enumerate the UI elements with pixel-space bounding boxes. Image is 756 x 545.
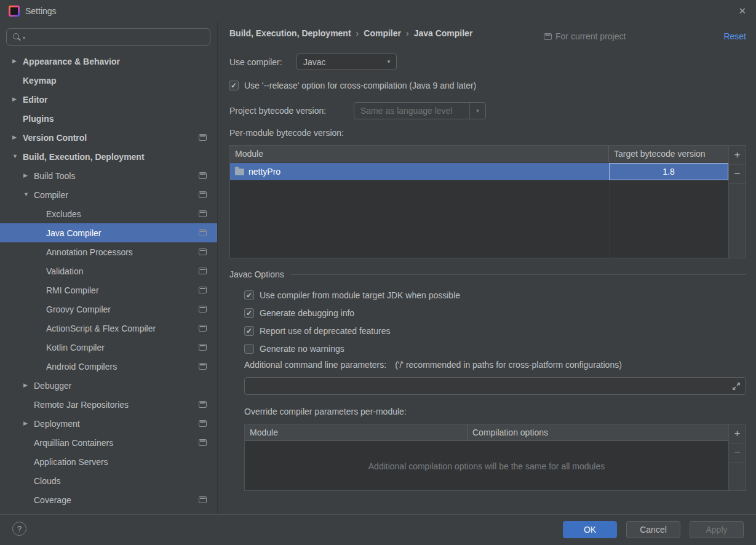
sidebar-item-excludes[interactable]: Excludes bbox=[0, 204, 217, 223]
sidebar-item-compiler[interactable]: ▼Compiler bbox=[0, 185, 217, 204]
sidebar-item-clouds[interactable]: Clouds bbox=[0, 471, 217, 490]
sidebar-item-build-tools[interactable]: ▶Build Tools bbox=[0, 166, 217, 185]
use-compiler-label: Use compiler: bbox=[229, 57, 282, 67]
project-level-icon bbox=[199, 306, 207, 312]
sidebar-item-groovy-compiler[interactable]: Groovy Compiler bbox=[0, 300, 217, 319]
add-module-button[interactable]: + bbox=[729, 146, 746, 165]
sidebar-item-label: Arquillian Containers bbox=[34, 438, 113, 448]
sidebar-item-application-servers[interactable]: Application Servers bbox=[0, 452, 217, 471]
project-level-icon bbox=[199, 401, 207, 408]
folder-icon bbox=[235, 169, 244, 175]
chevron-right-icon[interactable]: ▶ bbox=[23, 421, 34, 426]
cmdline-parameters-label: Additional command line parameters: bbox=[244, 360, 386, 370]
module-table-row[interactable]: nettyPro1.8 bbox=[230, 163, 728, 180]
project-level-icon bbox=[199, 172, 207, 179]
sidebar-item-arquillian-containers[interactable]: Arquillian Containers bbox=[0, 433, 217, 452]
close-icon[interactable]: ✕ bbox=[738, 6, 746, 17]
sidebar-item-rmi-compiler[interactable]: RMI Compiler bbox=[0, 280, 217, 300]
module-name: nettyPro bbox=[249, 167, 281, 177]
search-icon bbox=[12, 33, 21, 41]
footer: ? OK Cancel Apply bbox=[0, 514, 756, 545]
sidebar-item-label: Keymap bbox=[23, 76, 56, 86]
checkbox-icon: ✓ bbox=[244, 326, 254, 336]
intellij-logo-icon bbox=[9, 6, 20, 17]
breadcrumb-item[interactable]: Compiler bbox=[364, 28, 401, 38]
sidebar-item-keymap[interactable]: Keymap bbox=[0, 71, 217, 90]
project-level-icon bbox=[199, 134, 207, 141]
sidebar-item-build-execution-deployment[interactable]: ▼Build, Execution, Deployment bbox=[0, 147, 217, 166]
breadcrumb-item[interactable]: Build, Execution, Deployment bbox=[229, 28, 351, 38]
chevron-down-icon[interactable]: ▼ bbox=[12, 154, 23, 159]
chevron-down-icon: ▼ bbox=[469, 103, 485, 119]
table-header: Module Target bytecode version bbox=[230, 146, 728, 162]
breadcrumb-item[interactable]: Java Compiler bbox=[414, 28, 473, 38]
sidebar-item-java-compiler[interactable]: Java Compiler bbox=[0, 223, 217, 242]
remove-override-button: − bbox=[729, 444, 746, 463]
sidebar-item-appearance-behavior[interactable]: ▶Appearance & Behavior bbox=[0, 52, 217, 71]
sidebar-item-editor[interactable]: ▶Editor bbox=[0, 90, 217, 109]
sidebar-item-kotlin-compiler[interactable]: Kotlin Compiler bbox=[0, 338, 217, 357]
release-option-label: Use '--release' option for cross-compila… bbox=[244, 81, 476, 90]
search-input[interactable]: ▾ bbox=[6, 28, 210, 46]
generate-debugging-info-checkbox[interactable]: ✓Generate debugging info bbox=[244, 307, 460, 319]
checkbox-label: Generate no warnings bbox=[260, 344, 344, 354]
checkbox-icon: ✓ bbox=[244, 308, 254, 318]
sidebar-item-annotation-processors[interactable]: Annotation Processors bbox=[0, 242, 217, 261]
target-bytecode-cell[interactable]: 1.8 bbox=[609, 163, 728, 180]
sidebar-item-label: Annotation Processors bbox=[46, 247, 133, 257]
generate-no-warnings-checkbox[interactable]: Generate no warnings bbox=[244, 343, 460, 355]
project-level-icon bbox=[199, 268, 207, 274]
settings-tree: ▶Appearance & BehaviorKeymap▶EditorPlugi… bbox=[0, 52, 217, 509]
module-table-toolbar: + − bbox=[729, 145, 746, 258]
cancel-button[interactable]: Cancel bbox=[626, 521, 680, 538]
column-header-compilation-options: Compilation options bbox=[468, 424, 728, 440]
use-compiler-dropdown[interactable]: Javac ▼ bbox=[296, 54, 397, 70]
reset-link[interactable]: Reset bbox=[723, 31, 746, 41]
sidebar-item-label: Version Control bbox=[23, 133, 87, 143]
add-override-button[interactable]: + bbox=[729, 424, 746, 444]
remove-module-button[interactable]: − bbox=[729, 165, 746, 184]
sidebar-item-label: Groovy Compiler bbox=[46, 304, 111, 314]
sidebar: ▾ ▶Appearance & BehaviorKeymap▶EditorPlu… bbox=[0, 22, 217, 514]
sidebar-item-actionscript-flex-compiler[interactable]: ActionScript & Flex Compiler bbox=[0, 319, 217, 338]
help-button[interactable]: ? bbox=[12, 522, 26, 536]
breadcrumb-separator: › bbox=[406, 28, 409, 38]
project-level-icon bbox=[199, 249, 207, 255]
sidebar-item-deployment[interactable]: ▶Deployment bbox=[0, 414, 217, 433]
sidebar-item-label: Android Compilers bbox=[46, 362, 117, 372]
override-parameters-label: Override compiler parameters per-module: bbox=[244, 407, 407, 416]
use-compiler-from-module-target-jdk-when-possible-checkbox[interactable]: ✓Use compiler from module target JDK whe… bbox=[244, 289, 460, 301]
sidebar-item-label: Appearance & Behavior bbox=[23, 57, 120, 66]
override-parameters-table: Module Compilation options Additional co… bbox=[244, 424, 729, 491]
sidebar-item-remote-jar-repositories[interactable]: Remote Jar Repositories bbox=[0, 395, 217, 414]
sidebar-item-label: Plugins bbox=[23, 114, 54, 124]
cmdline-parameters-input[interactable] bbox=[244, 377, 746, 395]
ok-button[interactable]: OK bbox=[563, 521, 617, 538]
chevron-right-icon[interactable]: ▶ bbox=[23, 383, 34, 388]
chevron-right-icon[interactable]: ▶ bbox=[12, 97, 23, 102]
project-level-icon bbox=[199, 363, 207, 370]
chevron-down-icon[interactable]: ▼ bbox=[23, 192, 34, 197]
expand-field-icon[interactable] bbox=[732, 382, 741, 391]
use-compiler-value: Javac bbox=[303, 57, 381, 67]
sidebar-item-label: Clouds bbox=[34, 476, 61, 486]
sidebar-item-plugins[interactable]: Plugins bbox=[0, 109, 217, 128]
chevron-right-icon[interactable]: ▶ bbox=[12, 135, 23, 140]
sidebar-item-version-control[interactable]: ▶Version Control bbox=[0, 128, 217, 147]
chevron-right-icon[interactable]: ▶ bbox=[23, 173, 34, 178]
check-icon: ✓ bbox=[246, 292, 252, 299]
chevron-right-icon[interactable]: ▶ bbox=[12, 58, 23, 64]
sidebar-item-coverage[interactable]: Coverage bbox=[0, 490, 217, 509]
project-scope-icon bbox=[544, 33, 552, 40]
breadcrumb-separator: › bbox=[356, 28, 359, 38]
sidebar-item-validation[interactable]: Validation bbox=[0, 261, 217, 280]
sidebar-item-debugger[interactable]: ▶Debugger bbox=[0, 376, 217, 395]
sidebar-item-label: Remote Jar Repositories bbox=[34, 400, 129, 410]
project-level-icon bbox=[199, 439, 207, 446]
module-cell: nettyPro bbox=[230, 163, 609, 180]
sidebar-item-label: Build Tools bbox=[34, 171, 75, 181]
report-use-of-deprecated-features-checkbox[interactable]: ✓Report use of deprecated features bbox=[244, 325, 460, 337]
checkbox-label: Generate debugging info bbox=[260, 308, 354, 318]
release-option-checkbox[interactable]: ✓ Use '--release' option for cross-compi… bbox=[229, 79, 476, 92]
sidebar-item-android-compilers[interactable]: Android Compilers bbox=[0, 357, 217, 376]
